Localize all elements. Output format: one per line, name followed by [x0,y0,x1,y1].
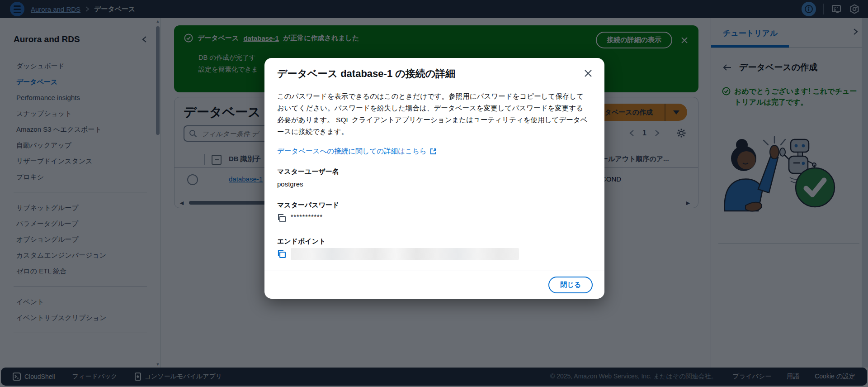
modal-title: データベース database-1 の接続の詳細 [277,67,455,81]
endpoint-label: エンドポイント [277,237,326,246]
connection-details-modal: データベース database-1 の接続の詳細 このパスワードを表示できるのは… [264,58,604,299]
masked-password-value: *********** [291,213,323,220]
copy-password-icon[interactable] [277,214,286,223]
close-button[interactable]: 閉じる [548,277,593,293]
copy-endpoint-icon[interactable] [277,249,286,258]
aws-console-page: Aurora and RDS データベース Aurora and RDS [0,0,868,387]
modal-close-icon[interactable] [584,69,593,78]
external-link-icon [430,148,437,155]
endpoint-redacted-value [291,248,519,260]
master-username-value: postgres [277,180,303,188]
connection-docs-link[interactable]: データベースへの接続に関しての詳細はこちら [277,147,437,156]
modal-footer: 閉じる [264,271,604,299]
master-password-label: マスターパスワード [277,201,339,210]
modal-body-text: このパスワードを表示できるのはこのときだけです。参照用にパスワードをコピーして保… [277,91,590,138]
master-username-label: マスターユーザー名 [277,167,339,176]
